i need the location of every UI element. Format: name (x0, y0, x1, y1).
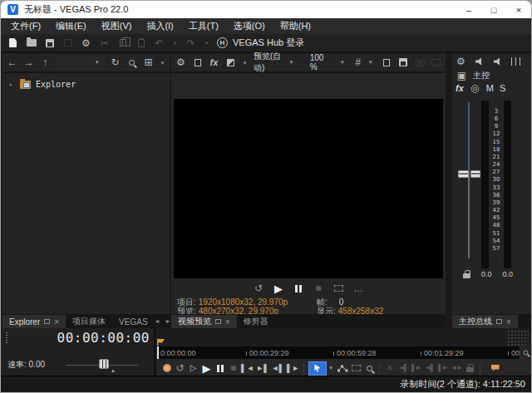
panel-tab[interactable]: Explorer × (2, 315, 66, 328)
menu-item[interactable]: 插入(I) (139, 20, 180, 32)
menu-item[interactable]: 编辑(E) (48, 20, 94, 32)
panel-tab[interactable]: 视频预览 × (171, 315, 237, 328)
mute-button[interactable]: M (486, 83, 494, 93)
grid-dropdown-icon[interactable]: ▾ (369, 59, 375, 66)
views-dropdown-icon[interactable]: ▾ (160, 56, 165, 69)
trim-tool-icon[interactable]: ◄▌ (397, 361, 408, 375)
dock-icon[interactable] (44, 319, 50, 324)
tab-scroll-left-icon[interactable]: ◄ (155, 318, 160, 324)
split-screen-dropdown-icon[interactable]: ▾ (242, 56, 248, 69)
redo-dropdown-icon[interactable]: ▾ (204, 37, 209, 50)
back-icon[interactable]: ← (7, 56, 17, 69)
pause-button[interactable] (214, 361, 225, 375)
trim-tool-icon[interactable]: ◄▌ (424, 361, 435, 375)
new-project-icon[interactable] (7, 37, 18, 50)
menu-item[interactable]: 帮助(H) (273, 20, 318, 32)
preview-settings-icon[interactable]: ⚙ (175, 56, 186, 69)
close-tab-icon[interactable]: × (225, 317, 230, 327)
marker-bar[interactable] (157, 328, 531, 346)
selection-tool-icon[interactable] (351, 361, 362, 375)
copy-snapshot-icon[interactable] (381, 56, 392, 69)
vegas-hub-login-button[interactable]: VEGAS Hub 登录 (233, 37, 304, 49)
stereo-3d-icon[interactable] (414, 56, 425, 69)
delete-icon[interactable]: × (384, 361, 395, 375)
preview-quality-select[interactable]: 预览(自动) (254, 51, 284, 74)
render-as-icon[interactable] (62, 37, 73, 50)
menu-item[interactable]: 视图(V) (94, 20, 140, 32)
mixer-settings-icon[interactable]: ⚙ (456, 55, 466, 68)
time-ruler[interactable]: 0:00:00:00 00:00:29:2900:00:59:2800:01:2… (157, 346, 531, 359)
play-from-start-icon[interactable]: ▷ (188, 361, 199, 375)
zoom-tool-icon[interactable] (364, 361, 375, 375)
address-dropdown[interactable]: ▾ (57, 56, 104, 69)
quality-dropdown-icon[interactable]: ▾ (290, 59, 296, 66)
pause-icon[interactable] (293, 282, 304, 295)
minimize-button[interactable]: – (456, 1, 481, 18)
lock-fader-icon[interactable] (463, 273, 470, 278)
vegas-hub-icon[interactable]: H (217, 37, 228, 48)
record-button[interactable] (161, 361, 172, 375)
dock-icon[interactable] (496, 319, 502, 324)
timeline-zoom-button[interactable] (520, 346, 531, 359)
close-button[interactable]: × (506, 1, 531, 18)
grid-overlay-icon[interactable]: # (352, 56, 363, 69)
save-project-icon[interactable] (44, 37, 55, 50)
expand-icon[interactable]: ▸ (9, 81, 15, 88)
views-icon[interactable]: ⊞ (143, 56, 154, 69)
menu-item[interactable]: 选项(O) (226, 20, 273, 32)
next-frame-icon[interactable]: ▌► (287, 361, 299, 375)
menu-item[interactable]: 文件(F) (3, 20, 48, 32)
play-icon[interactable]: ▶ (273, 282, 284, 295)
project-properties-icon[interactable]: ⚙ (81, 37, 91, 50)
cut-icon[interactable]: ✂ (99, 37, 110, 50)
external-monitor-icon[interactable] (431, 56, 441, 69)
trim-tool-icon[interactable]: ▌► (437, 361, 448, 375)
tab-master-bus[interactable]: 主控总线 × (452, 315, 518, 328)
bus-square-icon[interactable]: ▣ (456, 69, 467, 82)
solo-button[interactable]: S (500, 83, 505, 93)
stop-icon[interactable]: ■ (313, 282, 324, 295)
video-output-fx-icon[interactable]: fx (209, 56, 219, 69)
up-icon[interactable]: ↑ (40, 56, 51, 69)
redo-icon[interactable]: ↷ (185, 37, 196, 50)
stop-button[interactable]: ■ (228, 361, 239, 375)
trim-tool-icon[interactable]: ◄► (451, 361, 462, 375)
dock-icon[interactable] (215, 319, 221, 324)
panel-tab[interactable]: 项目媒体 × (66, 315, 112, 328)
envelope-tool-icon[interactable] (337, 361, 348, 375)
loop-playback-icon[interactable]: ↺ (175, 361, 185, 375)
undock-icon[interactable] (192, 56, 203, 69)
normal-edit-tool-button[interactable] (308, 361, 327, 376)
downmix-icon[interactable]: ◎ (470, 81, 480, 95)
timecode-display[interactable]: 00:00:00:00 (57, 330, 150, 346)
save-snapshot-icon[interactable] (397, 56, 408, 69)
rate-slider-handle[interactable] (99, 359, 109, 369)
close-tab-icon[interactable]: × (54, 317, 59, 327)
copy-icon[interactable] (117, 37, 128, 50)
insert-audio-bus-icon[interactable] (474, 55, 485, 68)
paste-icon[interactable] (135, 37, 146, 50)
volume-fader-track[interactable] (468, 102, 470, 258)
open-project-icon[interactable] (26, 37, 37, 50)
split-screen-view-icon[interactable] (225, 56, 236, 69)
close-tab-icon[interactable]: × (506, 317, 511, 327)
volume-fader-handle[interactable] (458, 170, 480, 178)
preview-zoom-select[interactable]: 100 % (310, 53, 328, 71)
refresh-icon[interactable]: ↻ (110, 56, 121, 69)
insert-fx-bus-icon[interactable] (492, 55, 503, 68)
more-options-icon[interactable]: … (353, 282, 364, 295)
previous-frame-icon[interactable]: ◄▌ (272, 361, 284, 375)
menu-item[interactable]: 工具(T) (181, 20, 226, 32)
play-button[interactable]: ▶ (201, 361, 212, 375)
tree-item[interactable]: ▸ Explorer (9, 80, 170, 89)
undo-icon[interactable]: ↶ (154, 37, 165, 50)
loop-region-icon[interactable] (333, 282, 344, 295)
maximize-button[interactable]: □ (481, 1, 506, 18)
undo-dropdown-icon[interactable]: ▾ (172, 37, 178, 50)
tab-scroll-right-icon[interactable]: ► (165, 318, 171, 324)
panel-tab[interactable]: 修剪器 × (237, 315, 275, 328)
panel-tab[interactable]: VEGAS × (112, 315, 154, 328)
insert-marker-icon[interactable] (490, 361, 500, 375)
tool-dropdown-icon[interactable]: ▾ (329, 365, 335, 371)
loop-playback-icon[interactable]: ↺ (254, 282, 264, 295)
